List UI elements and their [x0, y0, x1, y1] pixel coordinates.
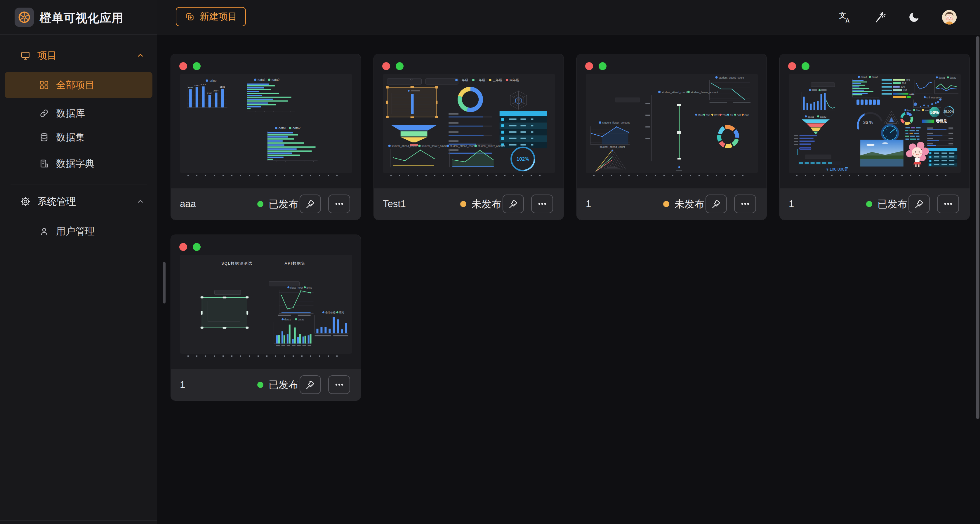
sidebar-item-database[interactable]: 数据库	[0, 103, 157, 124]
sidebar-group-system[interactable]: 系统管理	[0, 191, 157, 212]
mini-hbar-chart-2: data1 data2	[267, 126, 317, 161]
project-card[interactable]: student_attend_count student_attend_coun…	[576, 54, 767, 220]
user-avatar[interactable]	[942, 10, 957, 24]
svg-text:data2: data2	[298, 318, 304, 321]
edit-project-button[interactable]	[300, 375, 321, 394]
grid-icon	[39, 80, 49, 90]
mini-50-circle: 50%	[929, 107, 940, 118]
sidebar-item-dataset[interactable]: 数据集	[0, 127, 157, 148]
hammer-icon	[305, 379, 316, 390]
status-badge: 已发布	[257, 188, 298, 220]
topbar-actions: 文 A	[838, 0, 957, 35]
status-badge: 未发布	[460, 188, 501, 220]
svg-text:data2: data2	[872, 76, 878, 78]
svg-text:data2: data2	[820, 115, 826, 118]
svg-text:data1: data1	[808, 115, 814, 118]
sidebar-item-data-dictionary[interactable]: 数据字典	[0, 153, 157, 174]
sidebar-section-divider	[11, 185, 147, 185]
mini-gauge-36: 36 %	[858, 113, 881, 129]
project-card[interactable]: 一年级 二年级 三年级 四年级	[374, 54, 564, 220]
svg-text:二年级: 二年级	[476, 78, 485, 82]
dashboard-thumbnail[interactable]: 一年级 二年级 三年级 四年级	[383, 74, 555, 173]
edit-project-button[interactable]	[908, 194, 930, 213]
svg-text:看得见: 看得见	[935, 119, 947, 124]
api-dataset-title: API数据集	[285, 261, 306, 266]
more-actions-button[interactable]	[734, 194, 756, 213]
more-actions-button[interactable]	[328, 194, 350, 213]
svg-text:Mon: Mon	[698, 114, 703, 116]
svg-text:3495: 3495	[188, 86, 193, 89]
mini-donut-multicolor	[719, 127, 737, 146]
sidebar-scrollbar-thumb[interactable]	[163, 262, 165, 303]
mini-dropdown	[615, 98, 640, 102]
svg-text:四年级: 四年级	[509, 78, 519, 82]
mini-line-chart-topright: student_attend_count	[710, 76, 751, 103]
svg-text:price: price	[307, 286, 312, 289]
topbar: 新建项目 文 A	[157, 0, 980, 35]
card-footer: aaa 已发布	[171, 188, 361, 220]
svg-text:Fri: Fri	[730, 114, 733, 116]
mini-scatter: chineseScore	[914, 96, 942, 108]
main-scrollbar-thumb[interactable]	[976, 36, 979, 419]
svg-text:Wed: Wed	[924, 109, 930, 112]
svg-text:student_attend_count: student_attend_count	[450, 145, 475, 148]
project-name: 1	[586, 198, 591, 209]
mini-tab-row	[798, 149, 842, 165]
gear-icon	[21, 197, 30, 207]
sidebar-item-all-projects[interactable]: 全部项目	[0, 72, 157, 98]
more-actions-button[interactable]	[531, 194, 553, 213]
magic-wand-icon[interactable]	[873, 11, 886, 24]
svg-text:Mon: Mon	[907, 109, 912, 112]
svg-text:2964: 2964	[213, 89, 219, 92]
dashboard-thumbnail[interactable]: SQL数据源测试 API数据集 class_hour price	[180, 255, 352, 354]
svg-text:Sat: Sat	[737, 114, 741, 116]
mini-donut-chart	[460, 89, 481, 110]
mini-triangle-radar	[884, 111, 899, 124]
mini-table	[928, 148, 957, 167]
more-actions-button[interactable]	[937, 194, 959, 213]
red-indicator-dot	[179, 243, 187, 251]
project-name: 1	[789, 198, 794, 209]
edit-project-button[interactable]	[705, 194, 727, 213]
status-label: 未发布	[472, 197, 501, 211]
project-card[interactable]: SQL数据源测试 API数据集 class_hour price	[170, 234, 361, 401]
dashboard-thumbnail[interactable]: data1 data2 798 299 3	[789, 74, 961, 173]
ellipsis-icon	[740, 198, 751, 210]
mini-bar-chart: price 3495 3895 4043 2356 2964 3586	[187, 79, 228, 108]
dashboard-thumbnail[interactable]: price 3495 3895 4043 2356 2964 3586	[180, 74, 352, 173]
project-card[interactable]: data1 data2 798 299 3	[780, 54, 970, 220]
svg-text:50%: 50%	[930, 110, 939, 115]
project-card[interactable]: price 3495 3895 4043 2356 2964 3586	[170, 54, 361, 220]
new-project-button[interactable]: 新建项目	[176, 7, 246, 26]
dashboard-thumbnail[interactable]: student_attend_count student_attend_coun…	[586, 74, 758, 173]
svg-text:Sun: Sun	[745, 114, 749, 116]
sidebar: 橙单可视化应用 项目 全部项目 数据库 数据集	[0, 0, 157, 524]
svg-text:student_attend_count: student_attend_count	[662, 91, 687, 94]
dictionary-icon	[39, 159, 49, 169]
svg-text:price: price	[210, 79, 217, 82]
mini-line-chart-a: student_attend_count student_flower_amou	[388, 145, 447, 167]
dark-mode-moon-icon[interactable]	[908, 11, 920, 24]
edit-project-button[interactable]	[503, 194, 524, 213]
sidebar-item-user-management[interactable]: 用户管理	[0, 221, 157, 242]
add-copy-icon	[185, 11, 195, 22]
sidebar-group-label: 项目	[37, 49, 57, 62]
green-indicator-dot	[396, 62, 404, 70]
mini-grade-legend: 一年级 二年级 三年级 四年级	[455, 78, 519, 82]
card-footer: 1 已发布	[171, 369, 361, 400]
edit-project-button[interactable]	[300, 194, 321, 213]
language-icon[interactable]: 文 A	[838, 11, 851, 24]
mini-dropdowns	[387, 78, 458, 84]
svg-text:data2: data2	[950, 76, 956, 79]
chevron-up-icon	[136, 197, 145, 206]
green-indicator-dot	[193, 62, 200, 70]
mini-dropdown-2	[215, 290, 241, 295]
svg-text:data1: data1	[939, 76, 945, 79]
mini-word-grid	[905, 127, 921, 140]
mini-weekday-legend: Mon Tue Wed Thu Fri Sat Sun	[695, 114, 749, 116]
project-name: Test1	[383, 198, 406, 209]
svg-text:3586: 3586	[220, 86, 225, 88]
more-actions-button[interactable]	[328, 375, 350, 394]
sidebar-group-projects[interactable]: 项目	[0, 45, 157, 66]
chevron-up-icon	[136, 51, 145, 60]
